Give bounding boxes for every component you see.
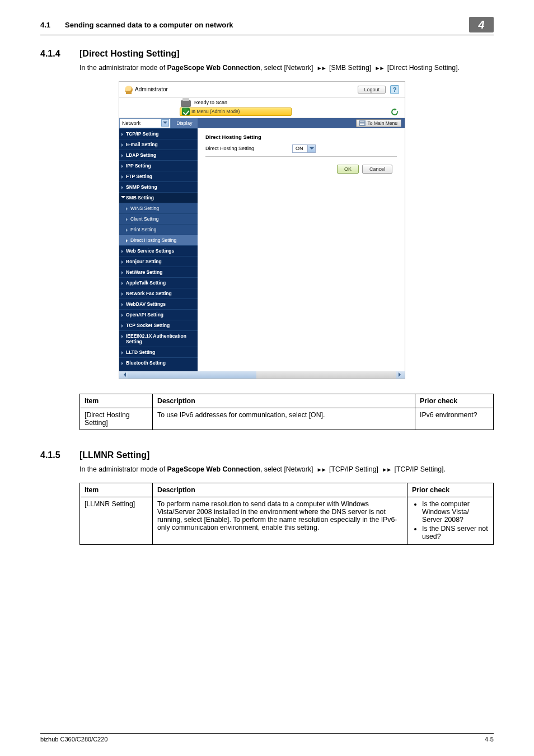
arrow-icon: ►► bbox=[315, 466, 327, 474]
scroll-thumb[interactable] bbox=[128, 371, 256, 379]
status-text: Ready to Scan bbox=[194, 100, 227, 105]
nav-print[interactable]: Print Setting bbox=[119, 224, 198, 235]
section-number: 4.1.5 bbox=[40, 450, 79, 460]
nav-label: NetWare Setting bbox=[126, 269, 162, 275]
nav-appletalk[interactable]: AppleTalk Setting bbox=[119, 277, 198, 288]
nav-label: OpenAPI Setting bbox=[126, 312, 163, 318]
refresh-icon[interactable] bbox=[390, 108, 399, 116]
table-header-prior: Prior check bbox=[415, 394, 494, 408]
nav-label: AppleTalk Setting bbox=[126, 280, 166, 286]
table-cell-prior: IPv6 environment? bbox=[415, 408, 494, 430]
nav-label: Print Setting bbox=[130, 227, 156, 232]
app-screenshot: Administrator Logout ? Ready to Scan In … bbox=[119, 81, 405, 379]
arrow-icon: ►► bbox=[380, 466, 392, 474]
intro-bold: PageScope Web Connection bbox=[167, 465, 261, 473]
table-cell-item: [LLMNR Setting] bbox=[80, 497, 153, 544]
nav-client[interactable]: Client Setting bbox=[119, 213, 198, 224]
mode-text: In Menu (Admin Mode) bbox=[191, 109, 240, 114]
intro-text: [SMB Setting] bbox=[327, 64, 373, 72]
triangle-right-icon bbox=[121, 324, 125, 328]
help-icon[interactable]: ? bbox=[390, 85, 399, 94]
section-intro: In the administrator mode of PageScope W… bbox=[79, 465, 494, 475]
triangle-right-icon bbox=[121, 154, 125, 157]
nav-label: E-mail Setting bbox=[126, 142, 158, 147]
nav-ipp[interactable]: IPP Setting bbox=[119, 160, 198, 171]
nav-email[interactable]: E-mail Setting bbox=[119, 139, 198, 150]
mode-bar: In Menu (Admin Mode) bbox=[180, 108, 292, 116]
nav-smb[interactable]: SMB Setting bbox=[119, 192, 198, 203]
nav-category-select[interactable]: Network bbox=[119, 118, 171, 128]
scroll-right-icon[interactable] bbox=[396, 371, 405, 379]
footer-page: 4-5 bbox=[485, 736, 494, 743]
nav-label: Direct Hosting Setting bbox=[130, 237, 176, 243]
triangle-right-icon bbox=[121, 314, 125, 317]
table-header-prior: Prior check bbox=[407, 483, 494, 497]
nav-select-value: Network bbox=[122, 120, 140, 126]
nav-label: Bluetooth Setting bbox=[126, 360, 166, 366]
nav-ieee8021x[interactable]: IEEE802.1X Authentication Setting bbox=[119, 330, 198, 347]
nav-label: IPP Setting bbox=[126, 163, 151, 169]
intro-text: In the administrator mode of bbox=[79, 465, 167, 473]
intro-text: , select [Network] bbox=[260, 465, 315, 473]
scroll-left-icon[interactable] bbox=[119, 371, 128, 379]
triangle-right-icon bbox=[121, 175, 125, 179]
logout-button[interactable]: Logout bbox=[358, 86, 386, 94]
triangle-right-icon bbox=[126, 228, 129, 232]
nav-label: LLTD Setting bbox=[126, 349, 155, 355]
triangle-right-icon bbox=[121, 260, 125, 264]
nav-label: WINS Setting bbox=[130, 206, 159, 211]
triangle-right-icon bbox=[126, 218, 129, 221]
nav-openapi[interactable]: OpenAPI Setting bbox=[119, 309, 198, 320]
user-icon bbox=[125, 86, 133, 94]
chevron-down-icon bbox=[161, 119, 169, 127]
triangle-right-icon bbox=[121, 143, 125, 147]
display-button[interactable]: Display bbox=[171, 118, 198, 128]
section-intro: In the administrator mode of PageScope W… bbox=[79, 63, 494, 73]
footer-model: bizhub C360/C280/C220 bbox=[40, 736, 107, 743]
nav-lltd[interactable]: LLTD Setting bbox=[119, 347, 198, 357]
nav-bluetooth[interactable]: Bluetooth Setting bbox=[119, 357, 198, 368]
intro-text: In the administrator mode of bbox=[79, 64, 167, 72]
section-title: [Direct Hosting Setting] bbox=[79, 49, 180, 59]
divider bbox=[205, 156, 397, 157]
intro-text: [TCP/IP Setting]. bbox=[392, 465, 446, 473]
nav-netware[interactable]: NetWare Setting bbox=[119, 267, 198, 277]
nav-direct-hosting[interactable]: Direct Hosting Setting bbox=[119, 235, 198, 245]
table-header-item: Item bbox=[80, 483, 153, 497]
ok-button[interactable]: OK bbox=[337, 165, 359, 174]
nav-netfax[interactable]: Network Fax Setting bbox=[119, 288, 198, 298]
admin-label: Administrator bbox=[135, 86, 168, 92]
section-title: [LLMNR Setting] bbox=[79, 450, 149, 460]
mode-icon bbox=[182, 108, 190, 115]
nav-wins[interactable]: WINS Setting bbox=[119, 203, 198, 213]
nav-bonjour[interactable]: Bonjour Setting bbox=[119, 256, 198, 267]
table-cell-prior: Is the computer Windows Vista/ Server 20… bbox=[407, 497, 494, 544]
to-main-menu-button[interactable]: To Main Menu bbox=[356, 119, 401, 127]
triangle-right-icon bbox=[121, 165, 125, 168]
settings-table-1: Item Description Prior check [Direct Hos… bbox=[79, 394, 494, 430]
nav-webdav[interactable]: WebDAV Settings bbox=[119, 298, 198, 309]
intro-text: [TCP/IP Setting] bbox=[327, 465, 381, 473]
nav-ftp[interactable]: FTP Setting bbox=[119, 171, 198, 181]
sidebar-nav: Network Display TCP/IP Setting E-mail Se… bbox=[119, 118, 198, 371]
triangle-right-icon bbox=[126, 239, 129, 242]
triangle-right-icon bbox=[121, 186, 125, 189]
menu-icon bbox=[359, 120, 366, 126]
nav-ldap[interactable]: LDAP Setting bbox=[119, 150, 198, 160]
nav-label: WebDAV Settings bbox=[126, 301, 166, 307]
nav-snmp[interactable]: SNMP Setting bbox=[119, 181, 198, 192]
triangle-right-icon bbox=[121, 133, 125, 136]
printer-icon bbox=[181, 100, 191, 107]
triangle-right-icon bbox=[121, 335, 125, 338]
nav-tcpip[interactable]: TCP/IP Setting bbox=[119, 128, 198, 139]
nav-webservice[interactable]: Web Service Settings bbox=[119, 245, 198, 256]
cancel-button[interactable]: Cancel bbox=[362, 165, 392, 174]
arrow-icon: ►► bbox=[373, 64, 386, 73]
setting-select[interactable]: ON bbox=[292, 144, 316, 153]
horizontal-scrollbar[interactable] bbox=[119, 371, 405, 379]
chapter-badge: 4 bbox=[469, 17, 494, 32]
nav-label: Bonjour Setting bbox=[126, 259, 162, 264]
nav-tcpsocket[interactable]: TCP Socket Setting bbox=[119, 320, 198, 330]
triangle-down-icon bbox=[121, 196, 125, 200]
section-number: 4.1.4 bbox=[40, 49, 79, 59]
